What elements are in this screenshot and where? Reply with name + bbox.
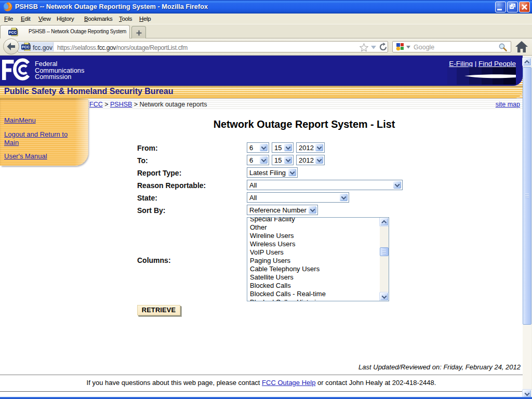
svg-text:FCC: FCC bbox=[22, 45, 29, 49]
svg-text:Commission: Commission bbox=[35, 73, 71, 81]
svg-text:FCC: FCC bbox=[9, 31, 16, 34]
